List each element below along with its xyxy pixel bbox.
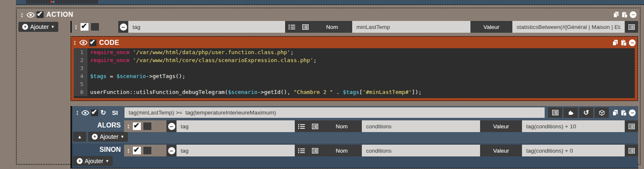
code-block-title: CODE <box>99 39 119 47</box>
copy-icon[interactable] <box>613 11 619 18</box>
code-line[interactable]: 4$tags = $scenario->getTags(); <box>74 72 635 80</box>
si-block-top: ↕ ✔ ↻ SI <box>72 106 638 143</box>
drag-handle-icon[interactable]: ↕ <box>75 109 79 116</box>
remove-block-icon[interactable]: − <box>630 11 636 18</box>
alors-add-button[interactable]: + Ajouter ▼ <box>88 132 128 142</box>
cube-icon-button[interactable] <box>595 107 609 118</box>
action-add-button[interactable]: + Ajouter ▼ <box>18 22 58 32</box>
visibility-eye-icon[interactable] <box>26 12 35 18</box>
list-ul-icon-button[interactable] <box>295 120 308 132</box>
valeur-label: Valeur <box>480 120 522 132</box>
enable-checkbox[interactable]: ✔ <box>91 109 98 116</box>
code-text: $tags = $scenario->getTags(); <box>87 72 185 80</box>
list-ul-icon-button[interactable] <box>295 145 308 156</box>
code-line[interactable]: 1require_once '/var/www/html/data/php/us… <box>74 48 635 56</box>
drag-handle-icon[interactable]: ↕ <box>73 39 77 46</box>
code-editor[interactable]: 1require_once '/var/www/html/data/php/us… <box>74 48 635 98</box>
code-text: userFunction::utilsFunction_debugTelegra… <box>87 88 422 96</box>
nom-input[interactable] <box>362 120 480 132</box>
valeur-input[interactable] <box>522 120 625 132</box>
alors-type-input[interactable] <box>177 120 295 132</box>
code-block: ↕ ✔ CODE − <box>70 36 638 101</box>
plus-circle-icon: + <box>92 134 98 140</box>
remove-row-button[interactable]: − <box>166 145 177 156</box>
plus-circle-icon: + <box>22 24 28 30</box>
nom-label: Nom <box>312 21 352 33</box>
sinon-expression-row: ↕ ✔ − <box>124 145 638 156</box>
fragment-icon <box>50 1 52 3</box>
row-secondary-checkbox[interactable] <box>143 147 151 154</box>
caret-down-icon: ▼ <box>120 135 124 139</box>
copy-icon[interactable] <box>612 39 618 46</box>
row-enable-checkbox[interactable]: ✔ <box>133 147 141 154</box>
remove-block-icon[interactable]: − <box>629 109 636 116</box>
enable-checkbox[interactable]: ✔ <box>36 11 44 18</box>
action-left-gutter: + Ajouter ▼ <box>18 20 70 169</box>
row-drag-handle-icon[interactable]: ↕ <box>127 122 130 130</box>
row-enable-checkbox[interactable]: ✔ <box>133 122 141 130</box>
valeur-label: Valeur <box>480 145 522 156</box>
alors-section: ALORS ▲ + Ajouter ▼ <box>72 119 638 143</box>
visibility-eye-icon[interactable] <box>79 39 88 46</box>
th-list-icon-button[interactable] <box>308 120 322 132</box>
line-number: 3 <box>74 64 87 72</box>
sinon-add-button[interactable]: + Ajouter ▼ <box>73 156 113 166</box>
remove-row-button[interactable]: − <box>166 120 177 132</box>
nom-input[interactable] <box>352 21 470 33</box>
plus-circle-icon: + <box>77 158 83 164</box>
plugin-puzzle-icon-button[interactable] <box>564 107 578 118</box>
nom-input[interactable] <box>362 145 480 156</box>
valeur-input[interactable] <box>522 145 625 156</box>
th-list-icon-button[interactable] <box>299 21 312 33</box>
valeur-input[interactable] <box>512 21 625 33</box>
previous-block-edge <box>16 0 644 5</box>
row-secondary-checkbox[interactable] <box>143 122 151 130</box>
enable-checkbox[interactable]: ✔ <box>89 39 96 46</box>
remove-row-button[interactable]: − <box>118 21 128 33</box>
sinon-type-input[interactable] <box>177 145 295 156</box>
action-expression-row: ↕ ✔ − Nom Valeur <box>70 21 638 33</box>
line-number: 6 <box>74 88 87 96</box>
row-drag-handle-icon[interactable]: ↕ <box>74 23 78 31</box>
code-text: require_once '/var/www/html/data/php/use… <box>87 48 293 56</box>
th-list-icon-button[interactable] <box>548 107 562 118</box>
row-drag-handle-icon[interactable]: ↕ <box>127 147 130 154</box>
action-block-header: ↕ ✔ ACTION − <box>18 9 638 20</box>
fragment-icon-2 <box>53 1 55 3</box>
action-type-input[interactable] <box>128 21 285 33</box>
si-condition-input[interactable] <box>125 107 545 118</box>
copy-icon[interactable] <box>612 109 618 116</box>
code-line[interactable]: 3 <box>74 64 635 72</box>
drag-handle-icon[interactable]: ↕ <box>20 11 24 18</box>
paste-icon[interactable] <box>621 11 628 18</box>
remove-block-icon[interactable]: − <box>629 39 636 46</box>
sinon-section: SINON + Ajouter ▼ ↕ <box>72 143 638 168</box>
line-number: 2 <box>74 56 87 64</box>
code-text <box>87 80 90 88</box>
alors-label: ALORS <box>97 120 121 131</box>
collapse-up-button[interactable]: ▲ <box>73 132 86 142</box>
list-ul-icon-button[interactable] <box>285 21 299 33</box>
valeur-label: Valeur <box>470 21 512 33</box>
code-line[interactable]: 2require_once '/var/www/html/core/class/… <box>74 56 635 64</box>
code-line[interactable]: 5 <box>74 80 635 88</box>
si-block: ↕ ✔ ↻ SI <box>70 106 638 169</box>
refresh-icon[interactable]: ↻ <box>101 109 106 117</box>
code-text: require_once '/var/www/html/core/class/s… <box>87 56 317 64</box>
caret-down-icon: ▼ <box>105 159 109 163</box>
history-icon-button[interactable]: ↺ <box>579 107 593 118</box>
action-block: ↕ ✔ ACTION − + Ajouter ▼ <box>16 8 641 165</box>
paste-icon[interactable] <box>621 39 627 46</box>
code-line[interactable]: 6userFunction::utilsFunction_debugTelegr… <box>74 88 635 96</box>
th-list-icon-button[interactable] <box>625 145 638 156</box>
th-list-icon-button[interactable] <box>625 21 638 33</box>
nom-label: Nom <box>322 145 362 156</box>
previous-block-fragment <box>26 0 98 4</box>
th-list-icon-button[interactable] <box>308 145 322 156</box>
si-title: SI <box>112 109 118 116</box>
paste-icon[interactable] <box>621 109 627 116</box>
row-secondary-checkbox[interactable] <box>91 23 99 31</box>
row-enable-checkbox[interactable]: ✔ <box>80 23 88 31</box>
visibility-eye-icon[interactable] <box>81 110 89 116</box>
th-list-icon-button[interactable] <box>625 120 638 132</box>
